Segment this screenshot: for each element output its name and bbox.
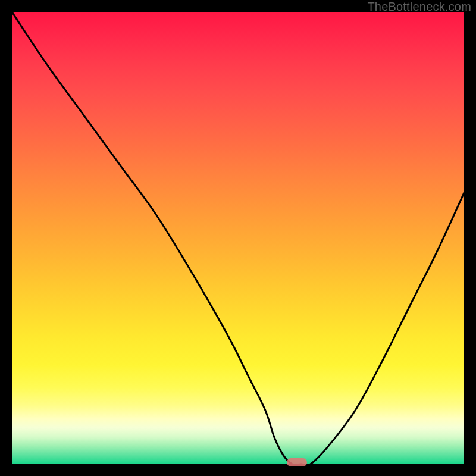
plot-area [12, 12, 464, 464]
optimal-marker [287, 458, 307, 466]
watermark-text: TheBottleneck.com [367, 0, 471, 14]
chart-frame: TheBottleneck.com [0, 0, 476, 476]
bottleneck-curve [12, 12, 464, 464]
